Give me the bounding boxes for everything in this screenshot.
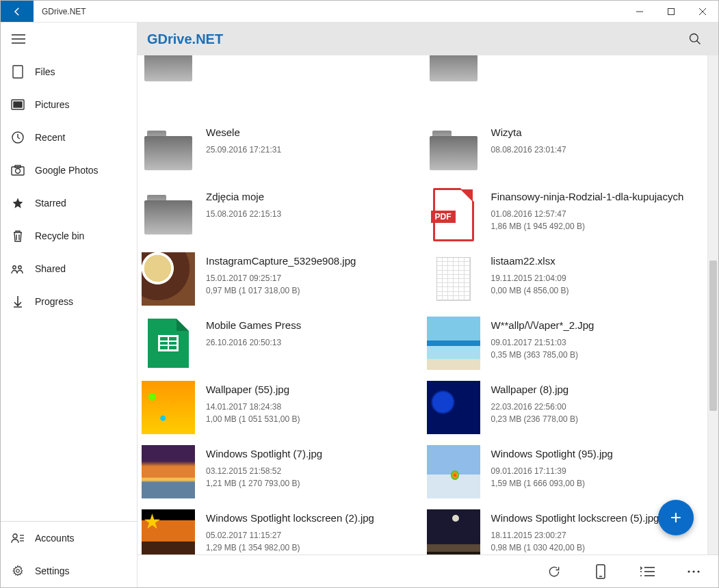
file-size: 0,23 MB (236 778,00 B) xyxy=(491,414,578,424)
file-meta: Wallpaper (8).jpg22.03.2016 22:56:000,23… xyxy=(491,381,578,424)
page-title: GDrive.NET xyxy=(147,31,223,47)
file-thumbnail xyxy=(142,55,195,88)
file-item[interactable]: Mobile Games Press26.10.2016 20:50:13 xyxy=(138,312,423,377)
file-item[interactable]: PDFFinansowy-ninja-Rodzial-1-dla-kupujac… xyxy=(423,184,708,248)
file-meta: Windows Spotlight lockscreen (5).jpg18.1… xyxy=(491,509,659,552)
sidebar-item-progress[interactable]: Progress xyxy=(1,285,137,318)
file-thumbnail xyxy=(427,445,480,498)
list-view-button[interactable] xyxy=(633,558,661,585)
svg-point-14 xyxy=(13,266,16,269)
folder-icon xyxy=(144,195,192,235)
file-item[interactable]: listaam22.xlsx19.11.2015 21:04:090,00 MB… xyxy=(423,248,708,312)
close-button[interactable] xyxy=(687,1,718,22)
hamburger-icon xyxy=(12,34,25,44)
file-item[interactable]: InstagramCapture_5329e908.jpg15.01.2017 … xyxy=(138,248,423,312)
svg-rect-1 xyxy=(668,8,675,14)
file-thumbnail xyxy=(427,317,480,370)
file-size: 0,00 MB (4 856,00 B) xyxy=(491,286,569,295)
file-meta: 01.02.2016 17:34:49 xyxy=(206,55,281,57)
file-name: Wallpaper (55).jpg xyxy=(206,384,300,395)
svg-point-15 xyxy=(18,266,21,269)
file-item[interactable]: Wesele25.09.2016 17:21:31 xyxy=(138,120,423,184)
sidebar-item-pictures[interactable]: Pictures xyxy=(1,88,137,121)
svg-line-22 xyxy=(697,41,701,44)
file-item[interactable]: W**allp/\/\/aper*_2.Jpg09.01.2017 21:51:… xyxy=(423,312,708,377)
file-date: 25.09.2016 17:21:31 xyxy=(206,145,281,155)
sidebar-item-files[interactable]: Files xyxy=(1,55,137,88)
file-size: 1,21 MB (1 270 793,00 B) xyxy=(206,479,322,488)
file-item[interactable]: Windows Spotlight (95).jpg09.01.2016 17:… xyxy=(423,441,708,505)
svg-rect-7 xyxy=(13,66,23,78)
file-date: 18.11.2015 23:00:27 xyxy=(491,531,659,540)
pictures-icon xyxy=(10,98,25,111)
more-icon xyxy=(687,570,701,574)
svg-point-20 xyxy=(16,570,20,573)
file-size: 0,98 MB (1 030 420,00 B) xyxy=(491,543,659,552)
file-date: 05.02.2017 11:15:27 xyxy=(206,531,374,540)
sidebar-item-accounts[interactable]: Accounts xyxy=(1,522,137,554)
file-item[interactable]: 23.07.2016 22:04:33 xyxy=(423,55,708,120)
file-thumbnail xyxy=(142,445,195,498)
google-sheet-icon xyxy=(148,319,189,368)
file-name: Windows Spotlight (7).jpg xyxy=(206,448,322,459)
sidebar-item-shared[interactable]: Shared xyxy=(1,252,137,285)
file-name: Windows Spotlight (95).jpg xyxy=(491,448,613,459)
device-button[interactable] xyxy=(587,558,614,585)
sidebar-item-label: Google Photos xyxy=(35,165,99,176)
sidebar-item-settings[interactable]: Settings xyxy=(1,554,137,587)
clock-icon xyxy=(10,131,25,144)
file-item[interactable]: Windows Spotlight lockscreen (2).jpg05.0… xyxy=(138,505,423,554)
sidebar-item-recycle-bin[interactable]: Recycle bin xyxy=(1,219,137,252)
file-item[interactable]: Zdjęcia moje15.08.2016 22:15:13 xyxy=(138,184,423,248)
vertical-scrollbar[interactable] xyxy=(707,55,718,554)
close-icon xyxy=(698,8,707,16)
image-thumbnail xyxy=(427,445,480,498)
list-view-icon xyxy=(640,566,655,577)
camera-icon xyxy=(10,163,25,177)
search-button[interactable] xyxy=(681,32,709,46)
star-icon xyxy=(10,196,25,210)
image-thumbnail xyxy=(142,381,195,434)
image-thumbnail xyxy=(142,509,195,554)
image-thumbnail xyxy=(427,509,480,554)
file-thumbnail xyxy=(427,509,480,554)
scrollbar-thumb[interactable] xyxy=(709,260,717,411)
refresh-button[interactable] xyxy=(540,558,568,585)
file-item[interactable]: 01.02.2016 17:34:49 xyxy=(138,55,423,120)
file-item[interactable]: Wallpaper (55).jpg14.01.2017 18:24:381,0… xyxy=(138,377,423,441)
sidebar-item-starred[interactable]: Starred xyxy=(1,187,137,219)
file-name: W**allp/\/\/aper*_2.Jpg xyxy=(491,319,594,331)
sidebar-item-google-photos[interactable]: Google Photos xyxy=(1,154,137,187)
file-date: 14.01.2017 18:24:38 xyxy=(206,402,300,412)
more-button[interactable] xyxy=(680,558,707,585)
file-thumbnail xyxy=(427,55,480,88)
main-pane: GDrive.NET 01.02.2016 17:34:4923.07.2016… xyxy=(138,23,718,587)
file-size: 1,29 MB (1 354 982,00 B) xyxy=(206,543,374,552)
file-thumbnail xyxy=(142,317,195,370)
file-date: 08.08.2016 23:01:47 xyxy=(491,145,566,155)
file-meta: InstagramCapture_5329e908.jpg15.01.2017 … xyxy=(206,252,356,295)
file-grid: 01.02.2016 17:34:4923.07.2016 22:04:33We… xyxy=(138,55,707,554)
file-item[interactable]: Wizyta08.08.2016 23:01:47 xyxy=(423,120,708,184)
back-button[interactable] xyxy=(1,1,34,22)
svg-point-29 xyxy=(640,575,642,576)
minimize-button[interactable] xyxy=(624,1,655,22)
file-name: Wallpaper (8).jpg xyxy=(491,384,578,395)
device-icon xyxy=(595,564,606,579)
hamburger-button[interactable] xyxy=(1,23,137,55)
file-date: 15.01.2017 09:25:17 xyxy=(206,273,356,283)
maximize-button[interactable] xyxy=(655,1,687,22)
file-thumbnail xyxy=(142,188,195,241)
svg-point-28 xyxy=(640,571,642,572)
file-thumbnail xyxy=(142,252,195,306)
file-item[interactable]: Windows Spotlight (7).jpg03.12.2015 21:5… xyxy=(138,441,423,505)
svg-rect-9 xyxy=(14,102,22,107)
sidebar-item-recent[interactable]: Recent xyxy=(1,121,137,154)
file-item[interactable]: Wallpaper (8).jpg22.03.2016 22:56:000,23… xyxy=(423,377,708,441)
file-name: Finansowy-ninja-Rodzial-1-dla-kupujacych xyxy=(491,191,684,202)
trash-icon xyxy=(10,229,25,243)
add-button[interactable]: + xyxy=(658,500,694,535)
file-meta: 23.07.2016 22:04:33 xyxy=(491,55,566,57)
sidebar-item-label: Pictures xyxy=(35,99,70,110)
file-date: 22.03.2016 22:56:00 xyxy=(491,402,578,412)
